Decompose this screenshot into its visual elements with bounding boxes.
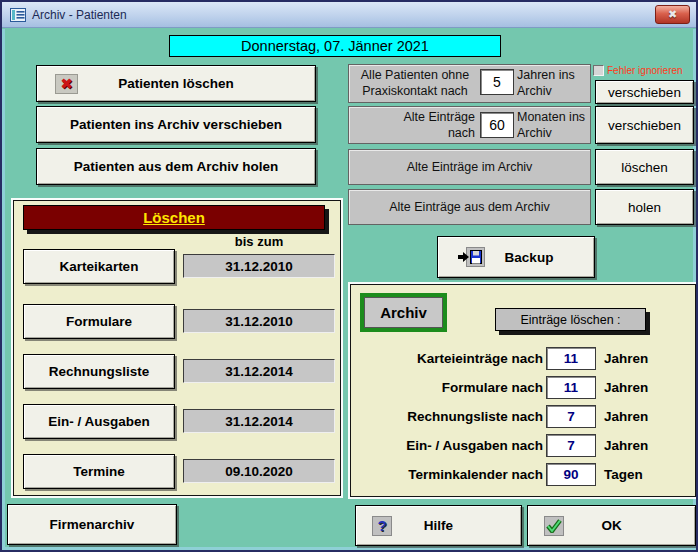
loeschen-label: löschen — [621, 160, 668, 175]
rechnungsliste-label: Rechnungsliste — [49, 364, 150, 379]
ein-ausgaben-nach-input[interactable]: 7 — [546, 434, 596, 457]
window-title: Archiv - Patienten — [32, 8, 127, 22]
fehler-ignorieren-label: Fehler ignorieren — [607, 65, 698, 76]
verschieben-2-button[interactable]: verschieben — [595, 106, 694, 144]
ok-button[interactable]: OK — [527, 505, 696, 546]
ok-label: OK — [601, 518, 621, 533]
holen-label: holen — [628, 200, 661, 215]
red-x-icon: ✖ — [55, 74, 78, 94]
rechnungsliste-nach-input[interactable]: 7 — [546, 405, 596, 428]
help-question-icon: ? — [372, 516, 392, 536]
eintraege-loeschen-text: Einträge löschen : — [520, 313, 620, 327]
monate-ins-archiv-input[interactable]: 60 — [480, 112, 514, 138]
firmenarchiv-button[interactable]: Firmenarchiv — [7, 504, 177, 545]
hilfe-button[interactable]: ? Hilfe — [355, 505, 522, 546]
karteieintraege-input[interactable]: 11 — [546, 347, 596, 370]
row1-unit: Jahren ins Archiv — [517, 67, 589, 99]
date-banner: Donnerstag, 07. Jänner 2021 — [169, 35, 501, 57]
ein-ausgaben-button[interactable]: Ein- / Ausgaben — [23, 404, 175, 439]
loeschen-panel-header: Löschen — [23, 205, 325, 230]
formulare-button[interactable]: Formulare — [23, 304, 175, 339]
termine-button[interactable]: Termine — [23, 454, 175, 489]
bis-zum-header: bis zum — [183, 234, 335, 249]
patienten-ins-archiv-label: Patienten ins Archiv verschieben — [70, 117, 282, 132]
formulare-nach-input[interactable]: 11 — [546, 376, 596, 399]
firmenarchiv-label: Firmenarchiv — [50, 517, 135, 532]
rechnungsliste-nach-unit: Jahren — [604, 405, 648, 428]
loeschen-panel-title: Löschen — [143, 209, 205, 226]
close-icon[interactable]: ✖ — [655, 5, 690, 24]
karteikarten-button[interactable]: Karteikarten — [23, 249, 175, 284]
karteikarten-label: Karteikarten — [60, 259, 139, 274]
rechnungsliste-nach-label: Rechnungsliste nach — [358, 405, 543, 428]
dialog-archiv-patienten: Archiv - Patienten ✖ Donnerstag, 07. Jän… — [0, 0, 698, 552]
terminkalender-nach-label: Terminkalender nach — [358, 463, 543, 486]
ein-ausgaben-nach-unit: Jahren — [604, 434, 648, 457]
patienten-loeschen-label: Patienten löschen — [118, 76, 234, 91]
verschieben-2-label: verschieben — [608, 118, 681, 133]
row4-label: Alte Einträge aus dem Archiv — [348, 189, 591, 225]
ein-ausgaben-date: 31.12.2014 — [183, 409, 335, 433]
patienten-ins-archiv-button[interactable]: Patienten ins Archiv verschieben — [36, 106, 316, 143]
dialog-content: Donnerstag, 07. Jänner 2021 ✖ Patienten … — [2, 29, 696, 550]
backup-label: Backup — [505, 250, 554, 265]
ein-ausgaben-nach-label: Ein- / Ausgaben nach — [358, 434, 543, 457]
fehler-ignorieren-checkbox[interactable] — [593, 65, 604, 76]
title-bar[interactable]: Archiv - Patienten ✖ — [2, 2, 696, 28]
patienten-aus-archiv-label: Patienten aus dem Archiv holen — [74, 159, 278, 174]
rechnungsliste-button[interactable]: Rechnungsliste — [23, 354, 175, 389]
termine-label: Termine — [73, 464, 125, 479]
formulare-nach-unit: Jahren — [604, 376, 648, 399]
karteieintraege-label: Karteieinträge nach — [358, 347, 543, 370]
archiv-button[interactable]: Archiv — [360, 293, 447, 332]
terminkalender-nach-input[interactable]: 90 — [546, 463, 596, 486]
backup-button[interactable]: Backup — [437, 236, 595, 278]
termine-date: 09.10.2020 — [183, 459, 335, 483]
row3-label: Alte Einträge im Archiv — [348, 149, 591, 185]
terminkalender-nach-unit: Tagen — [604, 463, 643, 486]
row1-label: Alle Patienten ohne Praxiskontakt nach — [351, 67, 479, 99]
formulare-date: 31.12.2010 — [183, 309, 335, 333]
karteikarten-date: 31.12.2010 — [183, 254, 335, 278]
karteieintraege-unit: Jahren — [604, 347, 648, 370]
verschieben-1-button[interactable]: verschieben — [595, 80, 694, 104]
formulare-label: Formulare — [66, 314, 132, 329]
hilfe-label: Hilfe — [424, 518, 453, 533]
jahre-ins-archiv-input[interactable]: 5 — [480, 69, 514, 95]
rechnungsliste-date: 31.12.2014 — [183, 359, 335, 383]
formulare-nach-label: Formulare nach — [358, 376, 543, 399]
row2-unit: Monaten ins Archiv — [517, 109, 587, 141]
ok-checkmark-icon — [544, 516, 564, 536]
window-icon — [10, 8, 26, 22]
row2-label: Alte Einträge nach — [375, 109, 475, 141]
ein-ausgaben-label: Ein- / Ausgaben — [48, 414, 150, 429]
verschieben-1-label: verschieben — [608, 85, 681, 100]
holen-button[interactable]: holen — [595, 189, 694, 225]
patienten-aus-archiv-button[interactable]: Patienten aus dem Archiv holen — [36, 148, 316, 185]
patienten-loeschen-button[interactable]: ✖ Patienten löschen — [36, 65, 316, 102]
loeschen-button[interactable]: löschen — [595, 149, 694, 185]
backup-disk-icon — [458, 247, 485, 267]
archiv-button-label: Archiv — [364, 297, 443, 328]
eintraege-loeschen-header: Einträge löschen : — [495, 308, 646, 331]
